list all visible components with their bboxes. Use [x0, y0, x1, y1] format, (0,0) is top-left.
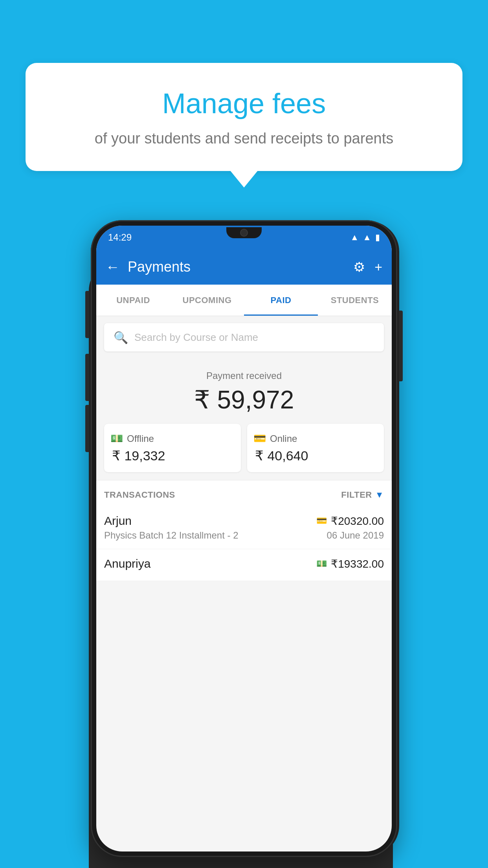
transaction-row[interactable]: Anupriya 💵 ₹19332.00: [96, 549, 392, 581]
app-title: Payments: [128, 259, 345, 275]
transaction-amount-row: 💳 ₹20320.00: [316, 515, 384, 528]
status-icons: ▲ ▲ ▮: [350, 232, 380, 243]
tab-unpaid[interactable]: UNPAID: [96, 285, 170, 316]
transactions-header: TRANSACTIONS FILTER ▼: [96, 480, 392, 506]
search-container: 🔍 Search by Course or Name: [96, 316, 392, 359]
phone-frame: 14:29 ▲ ▲ ▮ ← Payments ⚙ + UNPAID: [91, 220, 397, 857]
payment-received-label: Payment received: [104, 370, 384, 381]
transaction-main: Anupriya 💵 ₹19332.00: [104, 557, 384, 570]
app-bar: ← Payments ⚙ +: [96, 249, 392, 285]
payment-cards: 💵 Offline ₹ 19,332 💳 Online ₹ 40,640: [104, 424, 384, 472]
phone-device: 14:29 ▲ ▲ ▮ ← Payments ⚙ + UNPAID: [91, 220, 397, 857]
offline-amount: ₹ 19,332: [110, 448, 165, 463]
filter-button[interactable]: FILTER ▼: [341, 490, 384, 500]
status-time: 14:29: [108, 232, 132, 243]
transaction-amount: ₹19332.00: [331, 557, 384, 570]
payment-summary: Payment received ₹ 59,972 💵 Offline ₹ 19…: [96, 359, 392, 480]
transactions-label: TRANSACTIONS: [104, 490, 175, 500]
search-icon: 🔍: [114, 331, 128, 344]
battery-icon: ▮: [375, 232, 380, 243]
transaction-row[interactable]: Arjun 💳 ₹20320.00 Physics Batch 12 Insta…: [96, 506, 392, 549]
wifi-icon: ▲: [350, 232, 359, 243]
settings-icon[interactable]: ⚙: [353, 259, 365, 275]
payment-total-amount: ₹ 59,972: [104, 385, 384, 414]
online-card-header: 💳 Online: [253, 432, 297, 445]
tabs-bar: UNPAID UPCOMING PAID STUDENTS: [96, 285, 392, 316]
tab-paid[interactable]: PAID: [244, 285, 318, 316]
transaction-date: 06 June 2019: [327, 530, 384, 541]
tab-upcoming[interactable]: UPCOMING: [170, 285, 244, 316]
online-label: Online: [270, 433, 297, 444]
cash-payment-icon: 💵: [316, 559, 327, 569]
phone-screen: 14:29 ▲ ▲ ▮ ← Payments ⚙ + UNPAID: [96, 226, 392, 851]
add-icon[interactable]: +: [374, 259, 382, 275]
transaction-amount-row: 💵 ₹19332.00: [316, 557, 384, 570]
back-button[interactable]: ←: [106, 259, 120, 275]
signal-icon: ▲: [363, 232, 371, 243]
card-payment-icon: 💳: [316, 516, 327, 526]
online-card: 💳 Online ₹ 40,640: [247, 424, 384, 472]
credit-card-icon: 💳: [253, 432, 266, 445]
tab-students[interactable]: STUDENTS: [318, 285, 392, 316]
search-bar[interactable]: 🔍 Search by Course or Name: [104, 323, 384, 351]
bubble-subtitle: of your students and send receipts to pa…: [45, 128, 443, 149]
transaction-name: Anupriya: [104, 557, 150, 570]
bubble-title: Manage fees: [45, 86, 443, 120]
phone-camera: [240, 229, 248, 237]
cash-icon: 💵: [110, 432, 123, 445]
offline-card: 💵 Offline ₹ 19,332: [104, 424, 241, 472]
offline-label: Offline: [127, 433, 154, 444]
app-bar-actions: ⚙ +: [353, 259, 382, 275]
speech-bubble: Manage fees of your students and send re…: [26, 63, 462, 171]
search-input[interactable]: Search by Course or Name: [134, 331, 258, 344]
transaction-details: Physics Batch 12 Installment - 2 06 June…: [104, 530, 384, 541]
offline-card-header: 💵 Offline: [110, 432, 154, 445]
filter-label: FILTER: [341, 490, 372, 500]
transaction-name: Arjun: [104, 514, 132, 528]
online-amount: ₹ 40,640: [253, 448, 308, 463]
transaction-amount: ₹20320.00: [331, 515, 384, 528]
transaction-main: Arjun 💳 ₹20320.00: [104, 514, 384, 528]
filter-icon: ▼: [375, 490, 384, 500]
transaction-course: Physics Batch 12 Installment - 2: [104, 530, 238, 541]
